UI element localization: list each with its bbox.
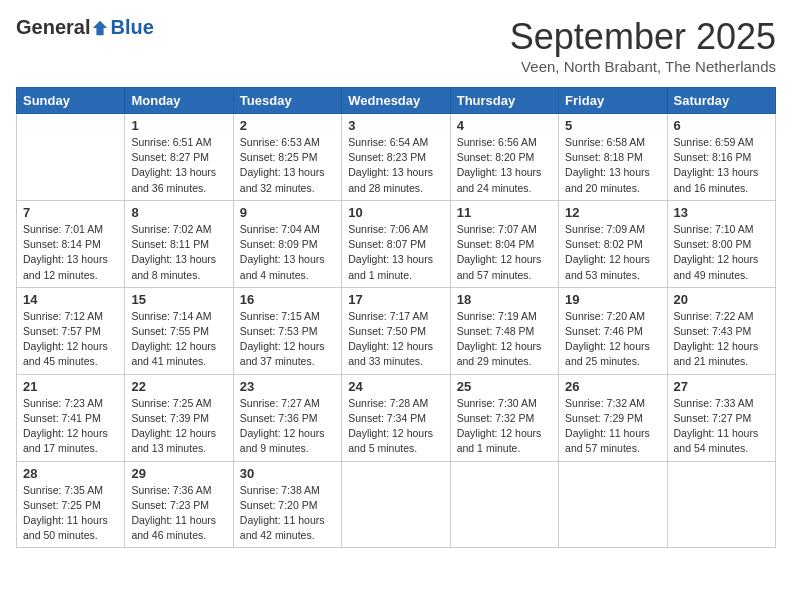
calendar-cell: 15Sunrise: 7:14 AMSunset: 7:55 PMDayligh… <box>125 287 233 374</box>
calendar-cell: 4Sunrise: 6:56 AMSunset: 8:20 PMDaylight… <box>450 114 558 201</box>
day-number: 11 <box>457 205 552 220</box>
day-info: Sunrise: 7:02 AMSunset: 8:11 PMDaylight:… <box>131 222 226 283</box>
day-info: Sunrise: 7:07 AMSunset: 8:04 PMDaylight:… <box>457 222 552 283</box>
calendar-cell: 14Sunrise: 7:12 AMSunset: 7:57 PMDayligh… <box>17 287 125 374</box>
weekday-header-thursday: Thursday <box>450 88 558 114</box>
calendar-cell <box>667 461 775 548</box>
day-info: Sunrise: 6:54 AMSunset: 8:23 PMDaylight:… <box>348 135 443 196</box>
day-number: 19 <box>565 292 660 307</box>
day-number: 4 <box>457 118 552 133</box>
day-info: Sunrise: 7:22 AMSunset: 7:43 PMDaylight:… <box>674 309 769 370</box>
day-number: 29 <box>131 466 226 481</box>
calendar-cell: 29Sunrise: 7:36 AMSunset: 7:23 PMDayligh… <box>125 461 233 548</box>
calendar-cell: 27Sunrise: 7:33 AMSunset: 7:27 PMDayligh… <box>667 374 775 461</box>
day-number: 25 <box>457 379 552 394</box>
day-info: Sunrise: 7:25 AMSunset: 7:39 PMDaylight:… <box>131 396 226 457</box>
day-info: Sunrise: 7:30 AMSunset: 7:32 PMDaylight:… <box>457 396 552 457</box>
day-number: 22 <box>131 379 226 394</box>
calendar-cell: 20Sunrise: 7:22 AMSunset: 7:43 PMDayligh… <box>667 287 775 374</box>
calendar-cell: 11Sunrise: 7:07 AMSunset: 8:04 PMDayligh… <box>450 200 558 287</box>
day-info: Sunrise: 7:06 AMSunset: 8:07 PMDaylight:… <box>348 222 443 283</box>
calendar-cell: 12Sunrise: 7:09 AMSunset: 8:02 PMDayligh… <box>559 200 667 287</box>
day-number: 8 <box>131 205 226 220</box>
day-info: Sunrise: 7:17 AMSunset: 7:50 PMDaylight:… <box>348 309 443 370</box>
calendar-cell: 5Sunrise: 6:58 AMSunset: 8:18 PMDaylight… <box>559 114 667 201</box>
calendar-cell: 9Sunrise: 7:04 AMSunset: 8:09 PMDaylight… <box>233 200 341 287</box>
calendar-header-row: SundayMondayTuesdayWednesdayThursdayFrid… <box>17 88 776 114</box>
page-header: General Blue September 2025 Veen, North … <box>16 16 776 75</box>
calendar-cell: 19Sunrise: 7:20 AMSunset: 7:46 PMDayligh… <box>559 287 667 374</box>
calendar-cell: 8Sunrise: 7:02 AMSunset: 8:11 PMDaylight… <box>125 200 233 287</box>
calendar-cell: 6Sunrise: 6:59 AMSunset: 8:16 PMDaylight… <box>667 114 775 201</box>
day-number: 9 <box>240 205 335 220</box>
calendar-cell: 28Sunrise: 7:35 AMSunset: 7:25 PMDayligh… <box>17 461 125 548</box>
day-number: 30 <box>240 466 335 481</box>
calendar-cell: 22Sunrise: 7:25 AMSunset: 7:39 PMDayligh… <box>125 374 233 461</box>
calendar-cell: 13Sunrise: 7:10 AMSunset: 8:00 PMDayligh… <box>667 200 775 287</box>
day-number: 23 <box>240 379 335 394</box>
calendar-cell: 24Sunrise: 7:28 AMSunset: 7:34 PMDayligh… <box>342 374 450 461</box>
day-number: 27 <box>674 379 769 394</box>
logo-icon <box>91 19 109 37</box>
calendar-cell <box>342 461 450 548</box>
weekday-header-tuesday: Tuesday <box>233 88 341 114</box>
calendar-cell: 23Sunrise: 7:27 AMSunset: 7:36 PMDayligh… <box>233 374 341 461</box>
calendar-week-4: 21Sunrise: 7:23 AMSunset: 7:41 PMDayligh… <box>17 374 776 461</box>
weekday-header-wednesday: Wednesday <box>342 88 450 114</box>
day-number: 7 <box>23 205 118 220</box>
day-number: 13 <box>674 205 769 220</box>
day-number: 20 <box>674 292 769 307</box>
day-number: 3 <box>348 118 443 133</box>
day-info: Sunrise: 7:10 AMSunset: 8:00 PMDaylight:… <box>674 222 769 283</box>
day-info: Sunrise: 6:51 AMSunset: 8:27 PMDaylight:… <box>131 135 226 196</box>
day-info: Sunrise: 7:32 AMSunset: 7:29 PMDaylight:… <box>565 396 660 457</box>
logo-blue-text: Blue <box>110 16 153 39</box>
day-info: Sunrise: 7:36 AMSunset: 7:23 PMDaylight:… <box>131 483 226 544</box>
weekday-header-monday: Monday <box>125 88 233 114</box>
calendar-cell: 2Sunrise: 6:53 AMSunset: 8:25 PMDaylight… <box>233 114 341 201</box>
calendar-cell: 26Sunrise: 7:32 AMSunset: 7:29 PMDayligh… <box>559 374 667 461</box>
day-number: 6 <box>674 118 769 133</box>
location-subtitle: Veen, North Brabant, The Netherlands <box>510 58 776 75</box>
day-number: 28 <box>23 466 118 481</box>
day-info: Sunrise: 7:23 AMSunset: 7:41 PMDaylight:… <box>23 396 118 457</box>
calendar-week-5: 28Sunrise: 7:35 AMSunset: 7:25 PMDayligh… <box>17 461 776 548</box>
day-number: 2 <box>240 118 335 133</box>
weekday-header-sunday: Sunday <box>17 88 125 114</box>
day-info: Sunrise: 6:58 AMSunset: 8:18 PMDaylight:… <box>565 135 660 196</box>
day-info: Sunrise: 7:27 AMSunset: 7:36 PMDaylight:… <box>240 396 335 457</box>
day-number: 15 <box>131 292 226 307</box>
calendar-cell <box>450 461 558 548</box>
calendar-cell: 17Sunrise: 7:17 AMSunset: 7:50 PMDayligh… <box>342 287 450 374</box>
day-number: 24 <box>348 379 443 394</box>
day-info: Sunrise: 7:28 AMSunset: 7:34 PMDaylight:… <box>348 396 443 457</box>
calendar-cell <box>559 461 667 548</box>
day-info: Sunrise: 7:15 AMSunset: 7:53 PMDaylight:… <box>240 309 335 370</box>
month-title: September 2025 <box>510 16 776 58</box>
day-number: 14 <box>23 292 118 307</box>
day-number: 10 <box>348 205 443 220</box>
day-number: 17 <box>348 292 443 307</box>
day-info: Sunrise: 7:09 AMSunset: 8:02 PMDaylight:… <box>565 222 660 283</box>
day-info: Sunrise: 7:01 AMSunset: 8:14 PMDaylight:… <box>23 222 118 283</box>
calendar-cell: 25Sunrise: 7:30 AMSunset: 7:32 PMDayligh… <box>450 374 558 461</box>
calendar-cell: 30Sunrise: 7:38 AMSunset: 7:20 PMDayligh… <box>233 461 341 548</box>
calendar-cell: 3Sunrise: 6:54 AMSunset: 8:23 PMDaylight… <box>342 114 450 201</box>
calendar-cell: 1Sunrise: 6:51 AMSunset: 8:27 PMDaylight… <box>125 114 233 201</box>
day-info: Sunrise: 7:20 AMSunset: 7:46 PMDaylight:… <box>565 309 660 370</box>
logo: General Blue <box>16 16 154 39</box>
day-info: Sunrise: 7:14 AMSunset: 7:55 PMDaylight:… <box>131 309 226 370</box>
day-number: 21 <box>23 379 118 394</box>
day-number: 18 <box>457 292 552 307</box>
day-info: Sunrise: 7:12 AMSunset: 7:57 PMDaylight:… <box>23 309 118 370</box>
logo-general-text: General <box>16 16 90 39</box>
calendar-cell: 21Sunrise: 7:23 AMSunset: 7:41 PMDayligh… <box>17 374 125 461</box>
day-number: 16 <box>240 292 335 307</box>
day-number: 5 <box>565 118 660 133</box>
day-info: Sunrise: 6:53 AMSunset: 8:25 PMDaylight:… <box>240 135 335 196</box>
day-number: 1 <box>131 118 226 133</box>
calendar-week-3: 14Sunrise: 7:12 AMSunset: 7:57 PMDayligh… <box>17 287 776 374</box>
weekday-header-saturday: Saturday <box>667 88 775 114</box>
day-info: Sunrise: 7:38 AMSunset: 7:20 PMDaylight:… <box>240 483 335 544</box>
calendar-cell: 7Sunrise: 7:01 AMSunset: 8:14 PMDaylight… <box>17 200 125 287</box>
